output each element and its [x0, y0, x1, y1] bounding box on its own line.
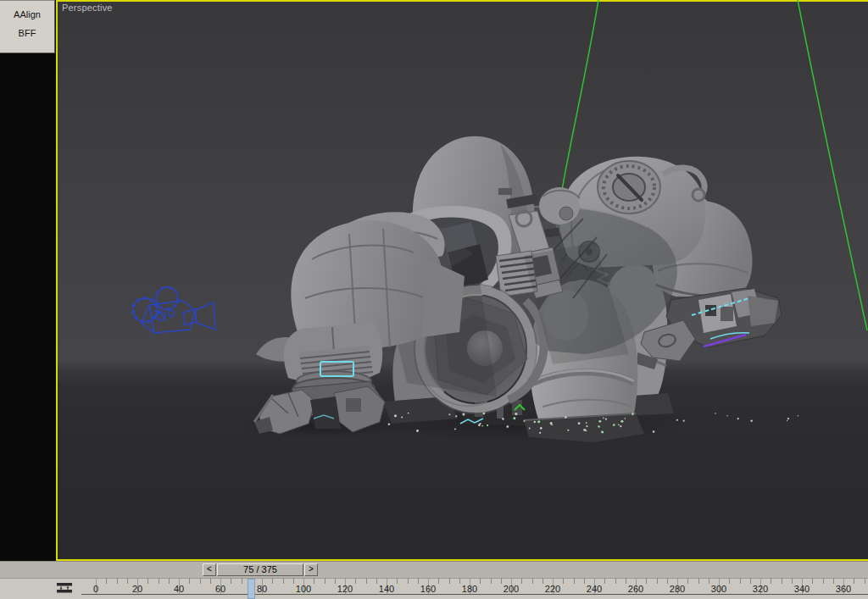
previous-frame-button[interactable]: <	[203, 563, 216, 576]
ruler-tick	[646, 579, 647, 584]
bff-button[interactable]: BFF	[0, 19, 54, 38]
ruler-tick	[584, 579, 585, 584]
ruler-tick	[355, 579, 356, 584]
marine-mech-model[interactable]	[254, 136, 782, 442]
ruler-tick	[397, 579, 398, 584]
ruler-tick	[542, 579, 543, 584]
ruler-label: 340	[794, 584, 810, 594]
ruler-label: 160	[420, 584, 436, 594]
ruler-label: 20	[132, 584, 142, 594]
ruler-label: 180	[462, 584, 477, 594]
ruler-tick	[200, 579, 201, 584]
ruler-tick	[283, 579, 284, 584]
ruler-tick	[750, 579, 751, 584]
scene-canvas	[0, 0, 868, 561]
ruler-tick	[687, 579, 688, 584]
ruler-tick	[574, 579, 575, 584]
ruler-tick	[314, 579, 314, 584]
ruler-tick	[657, 579, 658, 584]
ruler-tick	[626, 579, 626, 584]
ruler-tick	[833, 579, 834, 584]
ruler-label: 0	[93, 584, 98, 594]
floating-toolbar: AAlign BFF	[0, 0, 55, 53]
ruler-tick	[106, 579, 107, 584]
ruler-tick	[729, 579, 730, 584]
ruler-tick	[812, 579, 813, 584]
camera-wireframe[interactable]	[133, 287, 215, 333]
ruler-tick	[563, 579, 564, 584]
ruler-label: 280	[670, 584, 685, 594]
ruler-tick	[293, 579, 294, 584]
ruler-tick	[667, 579, 668, 584]
ruler-tick	[231, 579, 231, 584]
ruler-tick	[438, 579, 439, 584]
viewport-label[interactable]: Perspective	[62, 3, 113, 13]
ruler-tick	[147, 579, 148, 584]
ruler-label: 200	[504, 584, 519, 594]
ruler-tick	[491, 579, 492, 584]
ruler-tick	[792, 579, 793, 584]
ruler-tick	[408, 579, 409, 584]
ruler-label: 220	[545, 584, 560, 594]
ruler-label: 40	[174, 584, 184, 594]
ruler-tick	[127, 579, 128, 584]
ruler-label: 120	[337, 584, 353, 594]
ruler-tick	[865, 579, 865, 584]
ruler[interactable]: 0204060801001201401601802002202402602803…	[0, 579, 868, 599]
ruler-tick	[709, 579, 709, 584]
ruler-tick	[117, 579, 118, 584]
ruler-label: 260	[628, 584, 643, 594]
ruler-tick	[823, 579, 824, 584]
ruler-label: 140	[379, 584, 394, 594]
ruler-tick	[615, 579, 616, 584]
ruler-tick	[740, 579, 741, 584]
ruler-tick	[189, 579, 190, 584]
ruler-label: 320	[753, 584, 768, 594]
ruler-label: 100	[296, 584, 311, 594]
time-marker[interactable]	[248, 579, 255, 599]
ruler-tick	[366, 579, 367, 584]
ruler-tick	[418, 579, 419, 584]
ruler-tick	[159, 579, 159, 584]
ruler-tick	[272, 579, 273, 584]
ruler-tick	[376, 579, 377, 584]
ruler-label: 60	[215, 584, 225, 594]
application-window: { "toolbox": { "buttons": [ { "label": "…	[0, 0, 868, 599]
ruler-tick	[521, 579, 522, 584]
current-frame-display[interactable]: 75 / 375	[217, 563, 303, 576]
ruler-tick	[532, 579, 533, 584]
next-frame-button[interactable]: >	[304, 563, 318, 576]
ruler-tick	[698, 579, 699, 584]
ruler-tick	[501, 579, 502, 584]
ruler-tick	[325, 579, 326, 584]
ruler-tick	[169, 579, 170, 584]
ruler-baseline	[81, 594, 868, 595]
ruler-tick	[604, 579, 605, 584]
ruler-tick	[210, 579, 211, 584]
time-slider-handle[interactable]: < 75 / 375 >	[203, 563, 318, 576]
ruler-tick	[459, 579, 460, 584]
ruler-label: 80	[257, 584, 267, 594]
track-bar[interactable]: 0204060801001201401601802002202402602803…	[0, 578, 868, 599]
ruler-tick	[771, 579, 771, 584]
ruler-tick	[335, 579, 336, 584]
ruler-tick	[242, 579, 242, 584]
ruler-tick	[782, 579, 782, 584]
ruler-tick	[854, 579, 854, 584]
ruler-label: 300	[711, 584, 726, 594]
aalign-button[interactable]: AAlign	[0, 1, 54, 19]
time-slider-track[interactable]: < 75 / 375 >	[0, 561, 868, 578]
ruler-label: 360	[836, 584, 851, 594]
ruler-tick	[449, 579, 450, 584]
ruler-tick	[480, 579, 481, 584]
ruler-label: 240	[587, 584, 602, 594]
